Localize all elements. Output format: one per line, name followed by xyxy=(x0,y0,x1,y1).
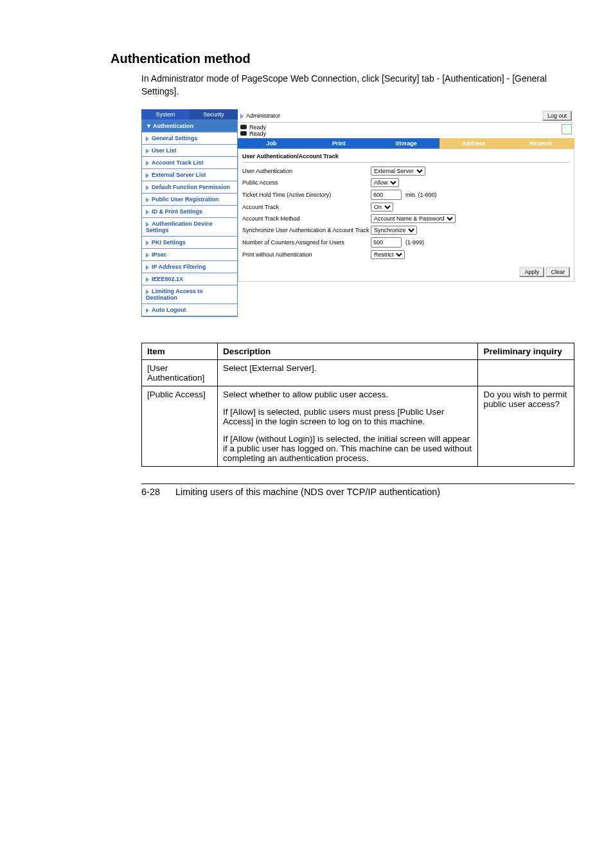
chevron-right-icon xyxy=(146,197,149,203)
sidebar-item-general-settings[interactable]: General Settings xyxy=(142,132,237,145)
nav-tab-network[interactable]: Network xyxy=(507,138,574,149)
form-row: Public AccessAllow xyxy=(242,177,570,188)
cell-inquiry: Do you wish to permit public user access… xyxy=(478,386,574,467)
cell-inquiry xyxy=(478,360,574,386)
sidebar-item-id-print-settings[interactable]: ID & Print Settings xyxy=(142,206,237,218)
form-label: Ticket Hold Time (Active Directory) xyxy=(242,192,371,198)
chevron-right-icon xyxy=(146,265,149,270)
nav-tab-job[interactable]: Job xyxy=(238,138,305,149)
chevron-right-icon xyxy=(146,149,149,154)
form-suffix: min. (1-600) xyxy=(405,192,437,198)
chevron-right-icon xyxy=(146,308,149,313)
form-label: Number of Counters Assigned for Users xyxy=(242,239,371,246)
user-authentication-select[interactable]: External Server xyxy=(371,167,425,176)
form-row: Account TrackOn xyxy=(242,201,570,213)
sidebar-item-default-permission[interactable]: Default Function Permission xyxy=(142,181,237,194)
sidebar-item-auto-logout[interactable]: Auto Logout xyxy=(142,304,237,316)
side-tab-system[interactable]: System xyxy=(141,109,190,120)
cell-item: [User Authentication] xyxy=(142,360,218,386)
form-label: Account Track xyxy=(242,204,371,210)
chevron-right-icon xyxy=(146,210,149,215)
form-row: Account Track MethodAccount Name & Passw… xyxy=(242,213,570,224)
admin-bar: Administrator Log out xyxy=(238,109,574,123)
printer-icon xyxy=(240,131,247,136)
nav-tabs: JobPrintStorageAddressNetwork xyxy=(238,138,574,149)
form-area: User Authentication/Account Track User A… xyxy=(238,149,574,282)
chevron-right-icon xyxy=(146,173,149,178)
section-heading: Authentication method xyxy=(111,51,574,66)
table-header-row: Item Description Preliminary inquiry xyxy=(142,343,574,360)
side-header: System Security xyxy=(141,109,238,120)
ready-label-2: Ready xyxy=(249,131,266,137)
form-title: User Authentication/Account Track xyxy=(242,153,570,163)
cell-description: Select whether to allow public user acce… xyxy=(217,386,477,467)
sidebar-item-external-server-list[interactable]: External Server List xyxy=(142,169,237,181)
account-track-select[interactable]: On xyxy=(371,203,393,212)
counters-input[interactable] xyxy=(371,237,402,248)
sidebar-item-authentication[interactable]: ▼ Authentication xyxy=(142,120,237,132)
chevron-right-icon xyxy=(146,253,149,258)
ready-label-1: Ready xyxy=(249,124,266,131)
form-row: Ticket Hold Time (Active Directory)min. … xyxy=(242,188,570,201)
table-row: [User Authentication]Select [External Se… xyxy=(142,360,574,386)
intro-text: In Administrator mode of PageScope Web C… xyxy=(141,73,574,98)
col-inquiry: Preliminary inquiry xyxy=(478,343,574,360)
apply-button[interactable]: Apply xyxy=(519,267,544,277)
sidebar-list: ▼ AuthenticationGeneral SettingsUser Lis… xyxy=(141,120,238,317)
chevron-right-icon xyxy=(146,222,149,227)
sidebar-item-ip-filtering[interactable]: IP Address Filtering xyxy=(142,261,237,273)
sidebar-item-auth-device-settings[interactable]: Authentication Device Settings xyxy=(142,218,237,237)
form-suffix: (1-999) xyxy=(405,239,424,246)
side-tab-security[interactable]: Security xyxy=(190,109,238,120)
cell-item: [Public Access] xyxy=(142,386,218,467)
nav-tab-address[interactable]: Address xyxy=(440,138,507,149)
administrator-label: Administrator xyxy=(240,113,280,119)
chevron-right-icon xyxy=(146,161,149,166)
public-access-select[interactable]: Allow xyxy=(371,178,399,187)
status-bar: Ready Ready xyxy=(238,123,574,138)
admin-screenshot: System Security ▼ AuthenticationGeneral … xyxy=(141,109,574,317)
synchronize-select[interactable]: Synchronize xyxy=(371,226,417,235)
form-label: User Authentication xyxy=(242,168,371,174)
footer-text: Limiting users of this machine (NDS over… xyxy=(175,487,440,497)
page-number: 6-28 xyxy=(141,487,160,497)
sidebar-item-public-user-registration[interactable]: Public User Registration xyxy=(142,194,237,206)
chevron-right-icon xyxy=(146,185,149,190)
description-table: Item Description Preliminary inquiry [Us… xyxy=(141,343,574,467)
form-row: Print without AuthenticationRestrict xyxy=(242,249,570,260)
sidebar-item-limiting-access[interactable]: Limiting Access to Destination xyxy=(142,285,237,304)
col-item: Item xyxy=(142,343,218,360)
sidebar-item-ipsec[interactable]: IPsec xyxy=(142,249,237,261)
sidebar-item-account-track-list[interactable]: Account Track List xyxy=(142,157,237,169)
sidebar-item-ieee8021x[interactable]: IEEE802.1X xyxy=(142,273,237,285)
form-label: Account Track Method xyxy=(242,215,371,222)
page-footer: 6-28 Limiting users of this machine (NDS… xyxy=(141,484,574,497)
print-without-auth-select[interactable]: Restrict xyxy=(371,250,405,259)
chevron-right-icon xyxy=(146,240,149,246)
refresh-icon[interactable] xyxy=(562,124,572,134)
nav-tab-storage[interactable]: Storage xyxy=(373,138,440,149)
chevron-right-icon xyxy=(146,277,149,282)
form-label: Public Access xyxy=(242,179,371,186)
cell-description: Select [External Server]. xyxy=(217,360,477,386)
logout-button[interactable]: Log out xyxy=(542,111,572,121)
user-icon xyxy=(240,114,244,119)
account-track-method-select[interactable]: Account Name & Password xyxy=(371,214,456,223)
form-row: Synchronize User Authentication & Accoun… xyxy=(242,224,570,236)
chevron-right-icon xyxy=(146,289,149,294)
form-row: Number of Counters Assigned for Users(1-… xyxy=(242,236,570,249)
nav-tab-print[interactable]: Print xyxy=(305,138,373,149)
form-label: Synchronize User Authentication & Accoun… xyxy=(242,227,371,233)
chevron-right-icon xyxy=(146,136,149,141)
printer-icon xyxy=(240,125,247,129)
ticket-hold-input[interactable] xyxy=(371,190,402,200)
form-row: User AuthenticationExternal Server xyxy=(242,165,570,177)
table-row: [Public Access]Select whether to allow p… xyxy=(142,386,574,467)
clear-button[interactable]: Clear xyxy=(546,267,570,277)
sidebar-item-pki-settings[interactable]: PKI Settings xyxy=(142,237,237,249)
sidebar-item-user-list[interactable]: User List xyxy=(142,145,237,157)
col-desc: Description xyxy=(217,343,477,360)
form-label: Print without Authentication xyxy=(242,251,371,258)
